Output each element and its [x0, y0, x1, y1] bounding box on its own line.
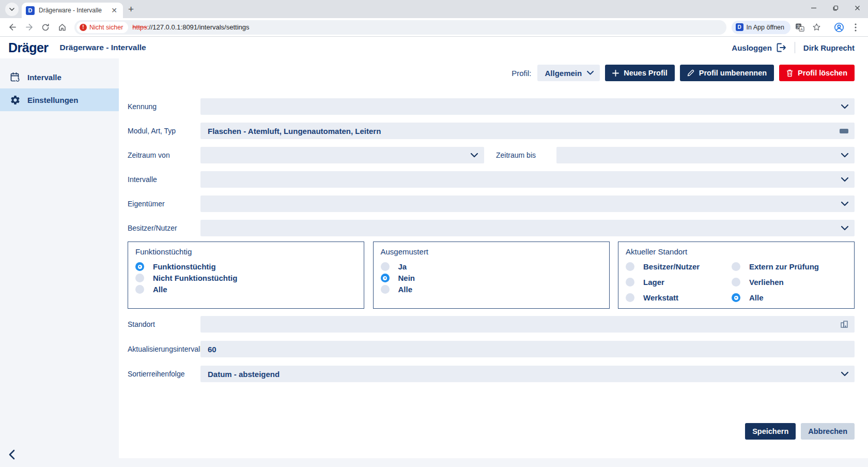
- sidebar-item-label: Intervalle: [27, 73, 61, 82]
- form-row-intervalle: Intervalle: [128, 171, 855, 188]
- radio-icon[interactable]: [135, 285, 144, 294]
- struck-https-scheme: https: [132, 23, 147, 31]
- radio-option-extern-zur-pruefung[interactable]: Extern zur Prüfung: [732, 262, 847, 271]
- radio-option-ja[interactable]: Ja: [381, 262, 602, 271]
- avatar-icon: [834, 22, 844, 33]
- security-label: Nicht sicher: [89, 24, 123, 31]
- radio-option-nein[interactable]: Nein: [381, 274, 602, 282]
- close-icon: [855, 5, 860, 11]
- intervalle-select[interactable]: [200, 171, 855, 188]
- kennung-select[interactable]: [200, 98, 855, 115]
- pencil-icon: [687, 69, 694, 77]
- field-label: Zeitraum von: [128, 151, 200, 159]
- form-actions: Speichern Abbrechen: [128, 423, 855, 440]
- building-icon: [840, 320, 848, 328]
- reload-button[interactable]: [38, 20, 53, 35]
- sortierreihenfolge-select[interactable]: Datum - absteigend: [200, 366, 855, 382]
- radio-selected-icon[interactable]: [732, 293, 740, 302]
- header-divider: [795, 42, 795, 53]
- chevron-down-icon: [841, 202, 848, 206]
- browser-menu-button[interactable]: [848, 20, 863, 35]
- radio-option-alle[interactable]: Alle: [732, 293, 847, 302]
- radio-option-werkstatt[interactable]: Werkstatt: [626, 293, 732, 302]
- radio-label: Lager: [643, 278, 664, 287]
- modul-select[interactable]: Flaschen - Atemluft, Lungenautomaten, Le…: [200, 123, 855, 139]
- radio-label: Nein: [398, 274, 415, 282]
- tab-close-icon[interactable]: ✕: [110, 6, 119, 14]
- radio-option-lager[interactable]: Lager: [626, 278, 732, 287]
- sidebar-item-label: Einstellungen: [27, 96, 78, 104]
- radio-option-alle[interactable]: Alle: [135, 285, 357, 294]
- home-button[interactable]: [55, 20, 69, 35]
- forward-button[interactable]: [22, 20, 36, 35]
- open-in-app-button[interactable]: D In App öffnen: [732, 21, 791, 34]
- radio-icon[interactable]: [626, 262, 634, 271]
- zeitraum-bis-select[interactable]: [556, 147, 855, 163]
- sidebar-item-einstellungen[interactable]: Einstellungen: [0, 88, 119, 111]
- browser-toolbar: ! Nicht sicher https://127.0.0.1:8091/in…: [0, 18, 868, 37]
- bookmark-button[interactable]: [809, 20, 824, 35]
- new-tab-button[interactable]: +: [128, 4, 134, 15]
- window-maximize-button[interactable]: [825, 0, 846, 16]
- field-label: Besitzer/Nutzer: [128, 224, 200, 232]
- rename-profile-label: Profil umbenennen: [699, 69, 767, 77]
- radio-icon[interactable]: [626, 278, 634, 287]
- save-button[interactable]: Speichern: [745, 423, 796, 440]
- delete-profile-button[interactable]: Profil löschen: [779, 65, 855, 81]
- form-row-sortierreihenfolge: Sortierreihenfolge Datum - absteigend: [128, 366, 855, 382]
- maximize-icon: [833, 5, 839, 11]
- radio-icon[interactable]: [381, 262, 390, 271]
- radio-icon[interactable]: [732, 262, 740, 271]
- field-label: Sortierreihenfolge: [128, 370, 200, 378]
- profile-avatar-button[interactable]: [832, 20, 846, 35]
- radio-option-alle[interactable]: Alle: [381, 285, 602, 294]
- translate-button[interactable]: 文A: [793, 20, 807, 35]
- chevron-down-icon: [471, 153, 478, 158]
- rename-profile-button[interactable]: Profil umbenennen: [680, 65, 774, 81]
- aktualisierungsintervall-input[interactable]: 60: [200, 341, 855, 357]
- besitzer-select[interactable]: [200, 220, 855, 236]
- cancel-button[interactable]: Abbrechen: [801, 423, 855, 440]
- standort-picker[interactable]: [200, 316, 855, 333]
- back-arrow-icon: [8, 23, 17, 32]
- back-button[interactable]: [5, 20, 20, 35]
- minimize-icon: [811, 5, 817, 11]
- security-badge[interactable]: ! Nicht sicher: [76, 22, 128, 33]
- chevron-down-icon: [841, 372, 848, 376]
- sortierreihenfolge-value: Datum - absteigend: [208, 370, 841, 379]
- chevron-down-icon: [9, 8, 14, 11]
- radio-option-nicht-funktionstuechtig[interactable]: Nicht Funktionstüchtig: [135, 274, 357, 282]
- svg-text:A: A: [800, 27, 803, 31]
- radio-option-besitzer-nutzer[interactable]: Besitzer/Nutzer: [626, 262, 732, 271]
- field-label: Modul, Art, Typ: [128, 127, 200, 135]
- sidebar-item-intervalle[interactable]: Intervalle: [0, 66, 119, 88]
- logout-button[interactable]: Ausloggen: [732, 43, 786, 52]
- profile-select[interactable]: Allgemein: [537, 65, 600, 81]
- radio-label: Alle: [153, 285, 167, 294]
- radio-icon[interactable]: [135, 274, 144, 282]
- address-bar[interactable]: ! Nicht sicher https://127.0.0.1:8091/in…: [74, 20, 726, 35]
- radio-label: Funktionstüchtig: [153, 262, 216, 271]
- group-title: Aktueller Standort: [626, 247, 847, 256]
- group-ausgemustert: Ausgemustert Ja Nein Alle: [373, 242, 610, 309]
- window-close-button[interactable]: [846, 0, 868, 16]
- radio-label: Alle: [749, 293, 764, 302]
- browser-tab[interactable]: D Drägerware - Intervalle ✕: [22, 3, 123, 18]
- window-controls: [803, 0, 868, 16]
- new-profile-button[interactable]: Neues Profil: [605, 65, 675, 81]
- radio-icon[interactable]: [732, 278, 740, 287]
- radio-option-verliehen[interactable]: Verliehen: [732, 278, 847, 287]
- radio-option-funktionstuechtig[interactable]: Funktionstüchtig: [135, 262, 357, 271]
- browser-tabstrip: D Drägerware - Intervalle ✕ +: [0, 0, 868, 18]
- radio-selected-icon[interactable]: [381, 274, 390, 282]
- zeitraum-von-select[interactable]: [200, 147, 484, 163]
- radio-selected-icon[interactable]: [135, 262, 144, 271]
- radio-icon[interactable]: [381, 285, 390, 294]
- radio-icon[interactable]: [626, 293, 634, 302]
- window-minimize-button[interactable]: [803, 0, 825, 16]
- tab-search-button[interactable]: [5, 3, 19, 16]
- sidebar-collapse-button[interactable]: [8, 449, 15, 462]
- field-label: Eigentümer: [128, 200, 200, 208]
- radio-label: Extern zur Prüfung: [749, 262, 819, 271]
- eigentuemer-select[interactable]: [200, 195, 855, 212]
